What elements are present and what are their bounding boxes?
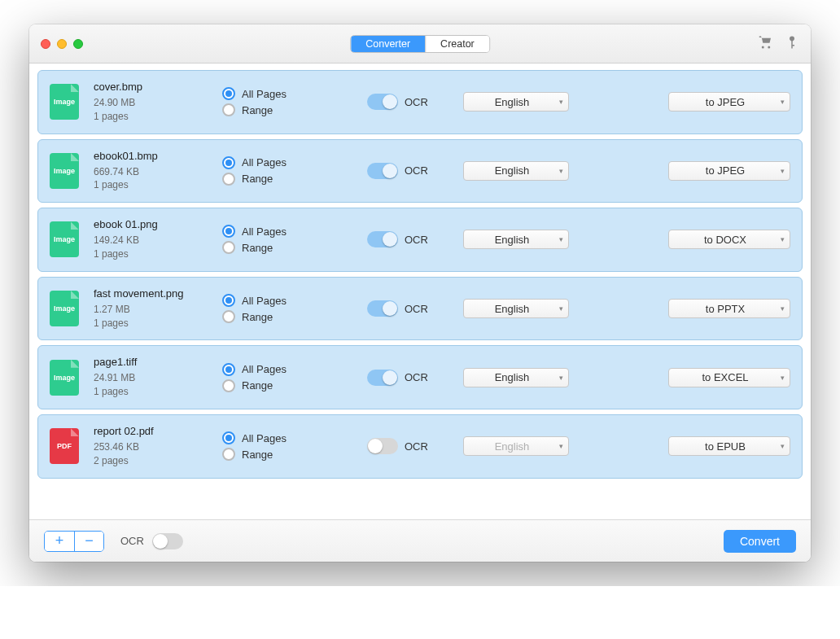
file-pages: 1 pages (94, 385, 208, 399)
radio-icon (222, 156, 235, 169)
radio-all-label: All Pages (242, 225, 287, 238)
convert-button[interactable]: Convert (724, 530, 796, 553)
cart-icon[interactable] (759, 35, 773, 53)
radio-range-label: Range (242, 311, 273, 323)
add-remove-group: + − (44, 531, 104, 552)
file-info: cover.bmp 24.90 MB 1 pages (94, 81, 208, 124)
ocr-toggle[interactable] (367, 300, 398, 317)
radio-icon (222, 431, 235, 444)
footer-ocr-label: OCR (120, 535, 144, 547)
file-row[interactable]: fast movement.png 1.27 MB 1 pages All Pa… (37, 277, 803, 341)
file-name: report 02.pdf (94, 425, 208, 437)
radio-range[interactable]: Range (222, 241, 320, 254)
radio-all-pages[interactable]: All Pages (222, 225, 320, 238)
tab-creator[interactable]: Creator (425, 36, 489, 52)
radio-all-pages[interactable]: All Pages (222, 87, 320, 100)
file-row[interactable]: page1.tiff 24.91 MB 1 pages All Pages Ra… (37, 345, 803, 409)
file-pages: 2 pages (94, 454, 208, 468)
maximize-icon[interactable] (73, 39, 83, 49)
file-size: 149.24 KB (94, 234, 208, 247)
radio-icon (222, 363, 235, 376)
close-icon[interactable] (41, 39, 50, 49)
minimize-icon[interactable] (57, 39, 67, 49)
radio-range-label: Range (242, 449, 273, 461)
file-size: 253.46 KB (94, 440, 208, 454)
language-dropdown[interactable]: English (463, 299, 569, 318)
file-row[interactable]: report 02.pdf 253.46 KB 2 pages All Page… (37, 414, 803, 479)
radio-icon (222, 241, 235, 254)
titlebar: Converter Creator (29, 24, 811, 63)
file-size: 24.90 MB (94, 96, 208, 110)
ocr-label: OCR (405, 440, 428, 453)
file-list: cover.bmp 24.90 MB 1 pages All Pages Ran… (29, 63, 811, 519)
radio-icon (222, 310, 235, 323)
file-size: 669.74 KB (94, 165, 208, 179)
ocr-label: OCR (405, 371, 428, 383)
file-row[interactable]: ebook 01.png 149.24 KB 1 pages All Pages… (37, 208, 803, 272)
format-dropdown[interactable]: to PPTX (668, 299, 790, 318)
page-options: All Pages Range (222, 360, 320, 396)
ocr-toggle[interactable] (367, 231, 398, 247)
file-row[interactable]: ebook01.bmp 669.74 KB 1 pages All Pages … (37, 139, 803, 204)
key-icon[interactable] (785, 35, 799, 53)
language-dropdown[interactable]: English (463, 161, 569, 181)
file-pages: 1 pages (94, 178, 208, 192)
tab-converter[interactable]: Converter (351, 36, 425, 52)
radio-range-label: Range (242, 173, 273, 185)
ocr-toggle[interactable] (367, 94, 398, 110)
radio-all-pages[interactable]: All Pages (222, 294, 320, 307)
radio-icon (222, 87, 235, 100)
file-info: report 02.pdf 253.46 KB 2 pages (94, 425, 208, 468)
file-info: ebook01.bmp 669.74 KB 1 pages (94, 150, 208, 193)
ocr-label: OCR (405, 303, 428, 315)
language-dropdown: English (463, 436, 569, 456)
app-window: Converter Creator cover.bmp 24.90 MB 1 p… (29, 24, 811, 562)
format-dropdown[interactable]: to DOCX (668, 230, 790, 249)
footer-ocr-toggle[interactable] (152, 533, 183, 549)
radio-range[interactable]: Range (222, 103, 320, 116)
add-button[interactable]: + (45, 532, 74, 551)
footer: + − OCR Convert (29, 519, 811, 562)
radio-all-label: All Pages (242, 432, 287, 444)
remove-button[interactable]: − (74, 532, 103, 551)
file-name: cover.bmp (94, 81, 208, 93)
radio-range-label: Range (242, 104, 273, 116)
format-dropdown[interactable]: to JPEG (668, 161, 790, 181)
language-dropdown[interactable]: English (463, 92, 569, 112)
radio-all-pages[interactable]: All Pages (222, 156, 320, 169)
format-dropdown[interactable]: to EXCEL (668, 368, 790, 387)
image-file-icon (50, 153, 79, 189)
ocr-toggle[interactable] (367, 370, 398, 386)
radio-range[interactable]: Range (222, 448, 320, 461)
radio-all-label: All Pages (242, 88, 287, 100)
radio-icon (222, 448, 235, 461)
radio-icon (222, 379, 235, 392)
page-options: All Pages Range (222, 291, 320, 326)
radio-all-pages[interactable]: All Pages (222, 363, 320, 376)
radio-range[interactable]: Range (222, 310, 320, 323)
radio-all-pages[interactable]: All Pages (222, 431, 320, 444)
page-options: All Pages Range (222, 153, 320, 189)
file-name: page1.tiff (94, 356, 208, 368)
image-file-icon (50, 360, 79, 396)
radio-icon (222, 294, 235, 307)
file-info: page1.tiff 24.91 MB 1 pages (94, 356, 208, 399)
file-row[interactable]: cover.bmp 24.90 MB 1 pages All Pages Ran… (37, 70, 803, 134)
ocr-label: OCR (405, 234, 428, 246)
language-dropdown[interactable]: English (463, 368, 569, 387)
image-file-icon (50, 221, 79, 257)
file-info: ebook 01.png 149.24 KB 1 pages (94, 218, 208, 261)
file-size: 24.91 MB (94, 371, 208, 385)
language-dropdown[interactable]: English (463, 230, 569, 249)
format-dropdown[interactable]: to EPUB (668, 436, 790, 456)
ocr-label: OCR (405, 96, 428, 108)
file-name: ebook01.bmp (94, 150, 208, 162)
ocr-toggle[interactable] (367, 163, 398, 179)
file-pages: 1 pages (94, 110, 208, 124)
format-dropdown[interactable]: to JPEG (668, 92, 790, 112)
radio-range[interactable]: Range (222, 173, 320, 186)
ocr-toggle[interactable] (367, 438, 398, 454)
file-pages: 1 pages (94, 317, 208, 330)
radio-range[interactable]: Range (222, 379, 320, 392)
radio-icon (222, 173, 235, 186)
